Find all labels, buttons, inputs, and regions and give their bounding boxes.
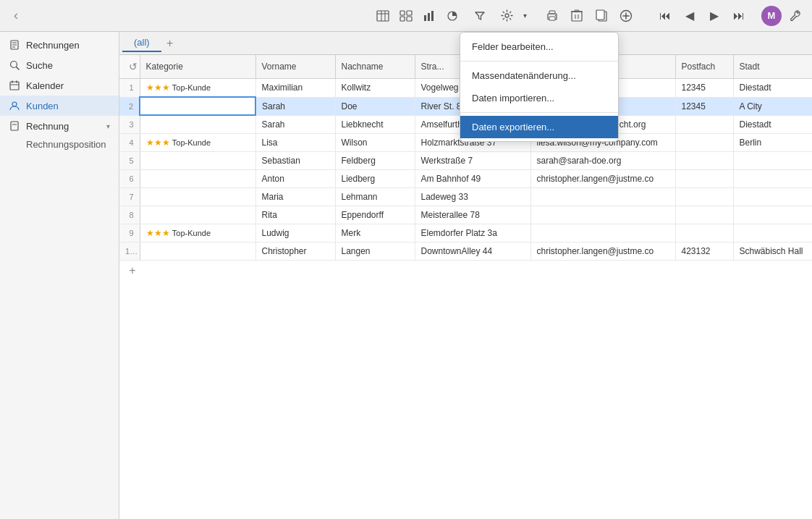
cell-postfach[interactable] [675, 169, 733, 187]
cell-postfach[interactable]: 12345 [675, 79, 733, 98]
nav-last-button[interactable]: ⏭ [728, 6, 750, 26]
gear-dropdown[interactable]: ▾ [494, 6, 530, 26]
cell-stadt[interactable]: Diestadt [733, 115, 812, 133]
rechnung-expand-icon[interactable]: ▾ [106, 122, 110, 130]
cell-kategorie[interactable] [140, 97, 255, 115]
nav-prev-button[interactable]: ◀ [679, 6, 701, 26]
cell-postfach[interactable] [675, 115, 733, 133]
cell-vorname[interactable]: Christopher [255, 242, 335, 260]
cell-nachname[interactable]: Eppendorff [335, 206, 415, 224]
dropdown-item-daten-importieren[interactable]: Daten importieren... [460, 87, 618, 109]
add-row-button[interactable]: + [125, 263, 140, 278]
table-view-icon[interactable] [372, 6, 394, 26]
cell-nachname[interactable]: Wilson [335, 133, 415, 151]
cell-stadt[interactable] [733, 151, 812, 169]
refresh-button[interactable]: ↺ [125, 59, 140, 75]
cell-vorname[interactable]: Anton [255, 169, 335, 187]
cell-postfach[interactable] [675, 206, 733, 224]
cell-kategorie[interactable] [140, 242, 255, 260]
cell-nachname[interactable]: Liedberg [335, 169, 415, 187]
tab-all[interactable]: (all) [122, 34, 161, 52]
cell-stadt[interactable]: A City [733, 97, 812, 115]
cell-kategorie[interactable]: ★★★ Top-Kunde [140, 79, 255, 98]
cell-vorname[interactable]: Maria [255, 187, 335, 206]
cell-email[interactable]: christopher.langen@justme.co [530, 242, 675, 260]
filter-icon[interactable] [469, 6, 491, 26]
cell-stadt[interactable]: Diestadt [733, 79, 812, 98]
cell-nachname[interactable]: Langen [335, 242, 415, 260]
cell-vorname[interactable]: Rita [255, 206, 335, 224]
sidebar-item-kunden[interactable]: Kunden [0, 96, 119, 116]
cell-nachname[interactable]: Lehmann [335, 187, 415, 206]
cell-nachname[interactable]: Doe [335, 97, 415, 115]
cell-postfach[interactable] [675, 133, 733, 151]
dropdown-item-massendaten[interactable]: Massendatenänderung... [460, 64, 618, 87]
sidebar-item-rechnung[interactable]: Rechnung ▾ [0, 116, 119, 136]
cell-kategorie[interactable] [140, 206, 255, 224]
cell-kategorie[interactable] [140, 115, 255, 133]
sidebar-item-suche[interactable]: Suche [0, 55, 119, 75]
pie-chart-icon[interactable] [441, 6, 463, 26]
grid-view-icon[interactable] [395, 6, 417, 26]
cell-stadt[interactable] [733, 187, 812, 206]
cell-vorname[interactable]: Sarah [255, 97, 335, 115]
cell-strasse[interactable]: Am Bahnhof 49 [415, 169, 530, 187]
sidebar-item-rechnungsposition[interactable]: Rechnungsposition [0, 136, 119, 153]
nav-next-button[interactable]: ▶ [703, 6, 725, 26]
cell-postfach[interactable]: 12345 [675, 97, 733, 115]
cell-strasse[interactable]: Ladeweg 33 [415, 187, 530, 206]
copy-icon[interactable] [591, 6, 612, 26]
cell-postfach[interactable] [675, 151, 733, 169]
cell-stadt[interactable] [733, 169, 812, 187]
cell-kategorie[interactable] [140, 151, 255, 169]
sidebar-item-kalender[interactable]: Kalender [0, 75, 119, 96]
settings-wrench-icon[interactable] [784, 6, 806, 26]
cell-stadt[interactable]: Schwäbisch Hall [733, 242, 812, 260]
cell-email[interactable]: christopher.langen@justme.co [530, 169, 675, 187]
delete-icon[interactable] [566, 6, 588, 26]
cell-email[interactable]: sarah@sarah-doe.org [530, 151, 675, 169]
cell-vorname[interactable]: Ludwig [255, 224, 335, 242]
dropdown-item-felder-bearbeiten[interactable]: Felder bearbeiten... [460, 35, 618, 58]
col-header-vorname[interactable]: Vorname [255, 55, 335, 79]
cell-nachname[interactable]: Feldberg [335, 151, 415, 169]
cell-postfach[interactable]: 423132 [675, 242, 733, 260]
user-avatar[interactable]: M [761, 6, 782, 26]
cell-stadt[interactable]: Berlin [733, 133, 812, 151]
cell-vorname[interactable]: Lisa [255, 133, 335, 151]
cell-kategorie[interactable] [140, 187, 255, 206]
cell-stadt[interactable] [733, 206, 812, 224]
cell-kategorie[interactable]: ★★★ Top-Kunde [140, 224, 255, 242]
dropdown-item-daten-exportieren[interactable]: Daten exportieren... [460, 116, 618, 138]
cell-strasse[interactable]: Meisterallee 78 [415, 206, 530, 224]
cell-postfach[interactable] [675, 187, 733, 206]
cell-nachname[interactable]: Merk [335, 224, 415, 242]
tab-add-button[interactable]: + [161, 35, 179, 52]
cell-email[interactable] [530, 187, 675, 206]
col-header-kategorie[interactable]: Kategorie [140, 55, 255, 79]
cell-nachname[interactable]: Liebknecht [335, 115, 415, 133]
add-record-icon[interactable] [615, 6, 637, 26]
cell-email[interactable] [530, 224, 675, 242]
cell-vorname[interactable]: Maximilian [255, 79, 335, 98]
cell-kategorie[interactable] [140, 169, 255, 187]
col-header-nachname[interactable]: Nachname [335, 55, 415, 79]
cell-postfach[interactable] [675, 224, 733, 242]
sidebar-item-rechnungen[interactable]: Rechnungen [0, 35, 119, 55]
cell-strasse[interactable]: Elemdorfer Platz 3a [415, 224, 530, 242]
cell-strasse[interactable]: DowntownAlley 44 [415, 242, 530, 260]
bar-chart-icon[interactable] [418, 6, 440, 26]
back-button[interactable]: ‹ [6, 6, 26, 26]
gear-button[interactable] [494, 6, 520, 26]
cell-nachname[interactable]: Kollwitz [335, 79, 415, 98]
print-icon[interactable] [541, 6, 563, 26]
cell-vorname[interactable]: Sarah [255, 115, 335, 133]
nav-first-button[interactable]: ⏮ [654, 6, 676, 26]
cell-vorname[interactable]: Sebastian [255, 151, 335, 169]
col-header-postfach[interactable]: Postfach [675, 55, 733, 79]
cell-stadt[interactable] [733, 224, 812, 242]
cell-strasse[interactable]: Werkstraße 7 [415, 151, 530, 169]
cell-email[interactable] [530, 206, 675, 224]
cell-kategorie[interactable]: ★★★ Top-Kunde [140, 133, 255, 151]
gear-caret[interactable]: ▾ [520, 6, 530, 26]
